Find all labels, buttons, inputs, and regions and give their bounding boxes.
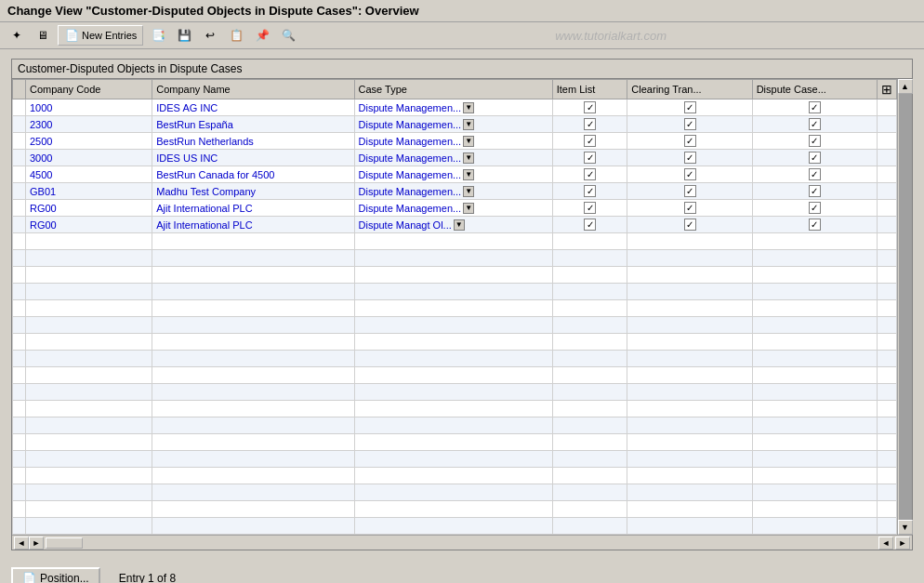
undo-button[interactable]: ↩ [199,25,221,46]
item-list-cell[interactable] [552,166,627,183]
item-list-checkbox[interactable] [584,135,596,147]
empty-cell [627,267,752,284]
case-type-dropdown-btn[interactable]: ▼ [463,136,474,147]
item-list-cell[interactable] [552,133,627,150]
back-button[interactable]: ✦ [6,25,28,46]
case-type-cell[interactable]: Dispute Managemen...▼ [354,116,552,133]
item-list-cell[interactable] [552,217,627,233]
column-settings-icon[interactable]: ⊞ [881,82,892,97]
clearing-tran-checkbox[interactable] [684,135,696,147]
dispute-case-cell[interactable] [752,150,877,166]
case-type-dropdown-btn[interactable]: ▼ [463,203,474,214]
item-list-cell[interactable] [552,150,627,166]
clearing-tran-checkbox[interactable] [684,152,696,164]
clearing-tran-cell[interactable] [627,150,752,166]
row-selector-cell[interactable] [13,166,26,183]
case-type-dropdown-btn[interactable]: ▼ [454,219,465,231]
clearing-tran-cell[interactable] [627,166,752,183]
row-selector-cell[interactable] [13,200,26,217]
item-list-checkbox[interactable] [584,168,596,180]
dispute-case-checkbox[interactable] [809,118,821,130]
item-list-cell[interactable] [552,99,627,116]
case-type-dropdown-btn[interactable]: ▼ [463,152,474,164]
empty-cell [152,384,354,401]
case-type-dropdown-btn[interactable]: ▼ [463,186,474,197]
clearing-tran-cell[interactable] [627,200,752,217]
clearing-tran-checkbox[interactable] [684,101,696,113]
clearing-tran-cell[interactable] [627,133,752,150]
scroll-right-button-inner[interactable]: ► [29,537,44,550]
display-button[interactable]: 🖥 [32,25,54,46]
clearing-tran-checkbox[interactable] [684,118,696,130]
dispute-case-cell[interactable] [752,183,877,200]
case-type-cell[interactable]: Dispute Managemen...▼ [354,200,552,217]
scroll-far-left-button[interactable]: ◄ [878,537,893,550]
dispute-case-cell[interactable] [752,133,877,150]
case-type-cell[interactable]: Dispute Managemen...▼ [354,99,552,116]
scroll-down-button[interactable]: ▼ [898,520,913,535]
find-button[interactable]: 🔍 [277,25,299,46]
new-entries-button[interactable]: 📄 New Entries [58,25,143,46]
empty-cell [627,484,752,501]
dispute-case-checkbox[interactable] [809,185,821,197]
case-type-cell[interactable]: Dispute Managemen...▼ [354,150,552,166]
dispute-case-checkbox[interactable] [809,219,821,231]
row-selector-cell[interactable] [13,116,26,133]
horizontal-scrollbar[interactable]: ◄ ► ◄ ► [12,535,912,550]
item-list-checkbox[interactable] [584,202,596,214]
dispute-case-checkbox[interactable] [809,202,821,214]
dispute-case-cell[interactable] [752,116,877,133]
item-list-cell[interactable] [552,183,627,200]
row-selector-cell[interactable] [13,217,26,233]
case-type-dropdown-btn[interactable]: ▼ [463,102,474,113]
case-type-cell[interactable]: Dispute Managemen...▼ [354,166,552,183]
dispute-case-cell[interactable] [752,200,877,217]
row-selector-cell[interactable] [13,183,26,200]
case-type-cell[interactable]: Dispute Managemen...▼ [354,183,552,200]
empty-cell [627,317,752,334]
item-list-cell[interactable] [552,200,627,217]
clearing-tran-checkbox[interactable] [684,202,696,214]
item-list-checkbox[interactable] [584,219,596,231]
vertical-scrollbar[interactable]: ▲ ▼ [897,79,912,535]
dispute-case-cell[interactable] [752,99,877,116]
item-list-cell[interactable] [552,116,627,133]
scroll-thumb[interactable] [46,537,83,549]
item-list-checkbox[interactable] [584,118,596,130]
save-button[interactable]: 💾 [173,25,195,46]
dispute-case-checkbox[interactable] [809,152,821,164]
copy-row-button[interactable]: 📑 [147,25,169,46]
col-header-clearing-tran: Clearing Tran... [627,80,752,99]
dispute-case-cell[interactable] [752,217,877,233]
dispute-case-cell[interactable] [752,166,877,183]
item-list-checkbox[interactable] [584,101,596,113]
clearing-tran-checkbox[interactable] [684,185,696,197]
col-header-settings[interactable]: ⊞ [878,80,897,99]
title-bar: Change View "Customer-Disputed Objects i… [0,0,924,22]
dispute-case-checkbox[interactable] [809,135,821,147]
item-list-checkbox[interactable] [584,185,596,197]
clearing-tran-checkbox[interactable] [684,168,696,180]
row-selector-cell[interactable] [13,150,26,166]
clearing-tran-cell[interactable] [627,217,752,233]
scroll-far-right-button[interactable]: ► [895,537,910,550]
case-type-dropdown-btn[interactable]: ▼ [463,119,474,130]
clearing-tran-cell[interactable] [627,99,752,116]
row-selector-cell[interactable] [13,99,26,116]
scroll-up-button[interactable]: ▲ [898,79,913,94]
copy-button[interactable]: 📋 [225,25,247,46]
paste-button[interactable]: 📌 [251,25,273,46]
clearing-tran-checkbox[interactable] [684,219,696,231]
dispute-case-checkbox[interactable] [809,168,821,180]
clearing-tran-cell[interactable] [627,116,752,133]
case-type-cell[interactable]: Dispute Managt Ol...▼ [354,217,552,233]
empty-row [13,284,897,300]
item-list-checkbox[interactable] [584,152,596,164]
case-type-cell[interactable]: Dispute Managemen...▼ [354,133,552,150]
case-type-dropdown-btn[interactable]: ▼ [463,169,474,180]
scroll-left-button[interactable]: ◄ [14,537,29,550]
dispute-case-checkbox[interactable] [809,101,821,113]
row-selector-cell[interactable] [13,133,26,150]
position-button[interactable]: 📄 Position... [11,567,100,583]
clearing-tran-cell[interactable] [627,183,752,200]
